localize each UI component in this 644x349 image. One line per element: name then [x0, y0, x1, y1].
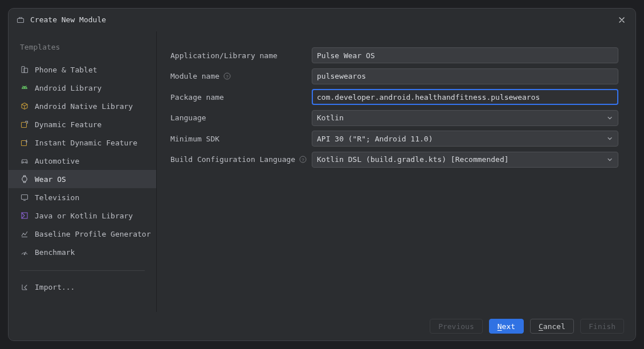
template-label: Television [35, 193, 79, 202]
import-module[interactable]: Import... [9, 278, 156, 296]
template-label: Dynamic Feature [35, 120, 101, 129]
svg-text:?: ? [226, 74, 229, 79]
wear-os-icon [20, 174, 29, 184]
svg-point-11 [22, 177, 27, 181]
min-sdk-label: Minimum SDK [170, 135, 312, 143]
chevron-down-icon [605, 134, 614, 143]
template-label: Wear OS [35, 175, 66, 184]
template-automotive[interactable]: Automotive [9, 152, 156, 170]
svg-line-6 [26, 86, 26, 87]
template-label: Benchmark [35, 248, 75, 257]
svg-text:?: ? [301, 157, 304, 163]
module-name-input[interactable] [312, 68, 618, 84]
import-icon [20, 282, 29, 291]
phone-tablet-icon [20, 65, 29, 74]
form-area: Application/Library name Module name ? P… [157, 31, 635, 312]
svg-point-9 [23, 162, 23, 163]
template-label: Android Library [35, 84, 101, 92]
close-button[interactable] [616, 14, 627, 26]
module-icon [17, 16, 25, 24]
finish-button: Finish [580, 319, 624, 334]
app-name-input[interactable] [312, 47, 618, 63]
package-name-input[interactable] [312, 89, 618, 105]
benchmark-icon [20, 247, 29, 257]
template-label: Android Native Library [35, 102, 133, 111]
native-lib-icon [20, 102, 29, 111]
template-label: Baseline Profile Generator [35, 230, 151, 238]
package-name-label: Package name [170, 93, 312, 102]
create-module-dialog: Create New Module Templates Phone & Tabl… [8, 8, 636, 341]
template-label: Phone & Tablet [35, 66, 97, 74]
template-dynamic-feature[interactable]: Dynamic Feature [9, 115, 156, 133]
next-button[interactable]: Next [489, 319, 524, 334]
template-baseline-profile[interactable]: Baseline Profile Generator [9, 225, 156, 243]
template-label: Instant Dynamic Feature [35, 139, 137, 147]
min-sdk-select[interactable]: API 30 ("R"; Android 11.0) [312, 131, 618, 147]
app-name-label: Application/Library name [170, 51, 312, 60]
templates-sidebar: Templates Phone & Tablet Android Library… [9, 31, 157, 312]
cancel-button[interactable]: Cancel [530, 319, 574, 334]
android-lib-icon [20, 83, 29, 92]
baseline-profile-icon [20, 229, 29, 238]
svg-point-10 [26, 162, 26, 163]
dynamic-feature-icon [20, 120, 29, 129]
close-icon [618, 17, 625, 23]
svg-rect-12 [22, 195, 28, 200]
template-android-native-library[interactable]: Android Native Library [9, 97, 156, 115]
import-label: Import... [35, 283, 75, 291]
build-lang-select[interactable]: Kotlin DSL (build.gradle.kts) [Recommend… [312, 152, 618, 168]
template-television[interactable]: Television [9, 188, 156, 206]
automotive-icon [20, 156, 29, 165]
svg-rect-0 [18, 18, 24, 22]
template-wear-os[interactable]: Wear OS [9, 170, 156, 188]
television-icon [20, 193, 29, 202]
sidebar-divider [20, 270, 145, 271]
module-name-label: Module name ? [170, 72, 312, 80]
template-android-library[interactable]: Android Library [9, 79, 156, 97]
template-instant-dynamic-feature[interactable]: Instant Dynamic Feature [9, 133, 156, 152]
svg-point-3 [23, 87, 24, 88]
build-lang-label: Build Configuration Language ? [170, 155, 312, 164]
svg-point-4 [25, 87, 26, 88]
template-benchmark[interactable]: Benchmark [9, 243, 156, 261]
svg-point-14 [24, 254, 25, 255]
help-icon[interactable]: ? [223, 72, 231, 80]
sidebar-header: Templates [9, 43, 156, 60]
dialog-title: Create New Module [30, 15, 106, 24]
language-select[interactable]: Kotlin [312, 110, 618, 126]
template-label: Automotive [35, 157, 79, 165]
template-label: Java or Kotlin Library [35, 212, 133, 220]
template-java-kotlin-library[interactable]: Java or Kotlin Library [9, 206, 156, 225]
language-label: Language [170, 113, 312, 122]
dialog-footer: Previous Next Cancel Finish [9, 312, 635, 340]
help-icon[interactable]: ? [299, 156, 307, 164]
svg-line-5 [23, 86, 23, 87]
titlebar: Create New Module [9, 9, 635, 31]
previous-button: Previous [430, 319, 483, 334]
java-kotlin-lib-icon [20, 211, 29, 220]
dialog-body: Templates Phone & Tablet Android Library… [9, 31, 635, 312]
chevron-down-icon [605, 155, 614, 164]
template-phone-tablet[interactable]: Phone & Tablet [9, 60, 156, 79]
svg-rect-7 [22, 123, 27, 128]
chevron-down-icon [605, 113, 614, 123]
instant-feature-icon [20, 138, 29, 147]
